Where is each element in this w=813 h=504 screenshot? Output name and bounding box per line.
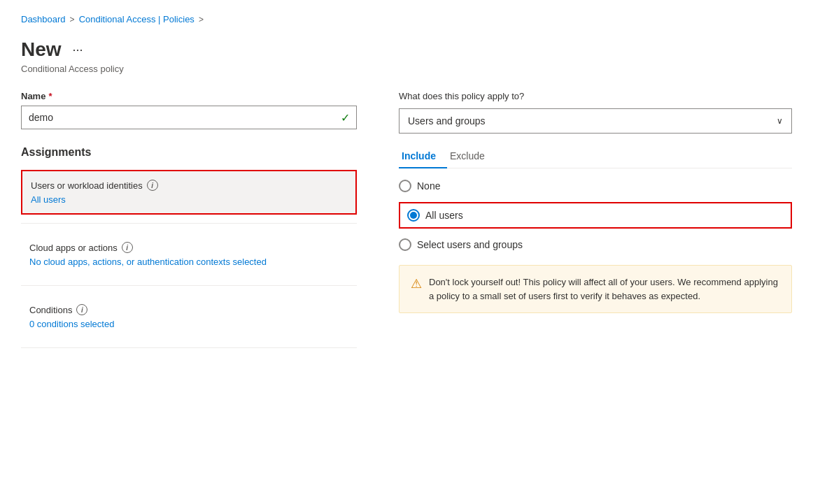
divider-3 [21,347,357,348]
tab-include[interactable]: Include [399,145,447,168]
conditions-info-icon: i [76,304,87,315]
users-info-icon: i [147,180,158,191]
cloud-value-link[interactable]: No cloud apps, actions, or authenticatio… [29,257,267,267]
radio-all-users-input[interactable] [407,209,420,222]
name-input[interactable] [21,106,357,129]
radio-none-label: None [417,180,440,192]
breadcrumb-sep-2: > [199,15,204,24]
breadcrumb-sep-1: > [70,15,75,24]
more-options-button[interactable]: ··· [69,41,87,59]
radio-none[interactable]: None [399,180,792,192]
warning-box: ⚠ Don't lock yourself out! This policy w… [399,265,792,313]
radio-group: None All users Select users and groups [399,180,792,251]
checkmark-icon: ✓ [341,111,350,124]
page-header: New ··· Conditional Access policy [21,38,792,74]
assignment-users-workload[interactable]: Users or workload identities i All users [21,170,357,215]
policy-applies-to-dropdown[interactable]: Users and groups ∨ [399,108,792,134]
breadcrumb: Dashboard > Conditional Access | Policie… [21,14,792,24]
page-title: New [21,38,62,61]
dropdown-value: Users and groups [408,115,486,127]
main-content: Name * ✓ Assignments Users or workload i… [21,91,792,357]
divider-2 [21,285,357,286]
users-value-link[interactable]: All users [31,194,66,205]
radio-select-users-label: Select users and groups [417,239,523,250]
assignment-conditions[interactable]: Conditions i 0 conditions selected [21,294,357,339]
name-label: Name * [21,91,357,101]
radio-select-users-input[interactable] [399,238,411,251]
assignment-users-title: Users or workload identities i [31,180,347,191]
conditions-value-link[interactable]: 0 conditions selected [29,319,114,329]
assignments-title: Assignments [21,146,357,159]
right-panel: What does this policy apply to? Users an… [399,91,792,357]
breadcrumb-policies[interactable]: Conditional Access | Policies [79,14,195,24]
page-subtitle: Conditional Access policy [21,64,792,74]
radio-select-users[interactable]: Select users and groups [399,238,792,251]
required-star: * [48,91,52,101]
assignment-conditions-title: Conditions i [29,304,348,315]
chevron-down-icon: ∨ [777,116,783,126]
radio-all-users[interactable]: All users [399,202,792,229]
name-input-wrapper: ✓ [21,106,357,129]
assignment-cloud-apps[interactable]: Cloud apps or actions i No cloud apps, a… [21,232,357,277]
left-panel: Name * ✓ Assignments Users or workload i… [21,91,357,357]
breadcrumb-dashboard[interactable]: Dashboard [21,14,66,24]
warning-message: Don't lock yourself out! This policy wil… [429,275,780,303]
divider-1 [21,223,357,224]
assignment-cloud-title: Cloud apps or actions i [29,242,348,253]
policy-question: What does this policy apply to? [399,91,792,101]
radio-dot [410,212,417,219]
radio-all-users-label: All users [425,210,463,221]
include-exclude-tabs: Include Exclude [399,145,792,168]
tab-exclude[interactable]: Exclude [447,145,496,168]
cloud-info-icon: i [122,242,133,253]
radio-none-input[interactable] [399,180,411,192]
warning-triangle-icon: ⚠ [411,276,422,303]
